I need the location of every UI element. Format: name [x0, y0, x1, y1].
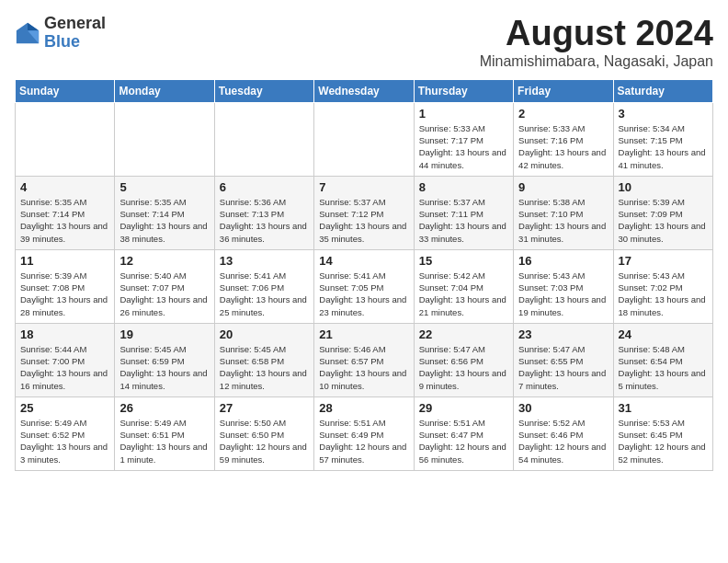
day-info: Sunrise: 5:52 AM Sunset: 6:46 PM Dayligh…: [518, 417, 608, 465]
location: Minamishimabara, Nagasaki, Japan: [480, 53, 713, 70]
logo-icon: [15, 20, 40, 46]
day-info: Sunrise: 5:51 AM Sunset: 6:47 PM Dayligh…: [419, 417, 508, 465]
day-number: 10: [619, 180, 708, 194]
day-number: 6: [220, 180, 309, 194]
table-row: 13Sunrise: 5:41 AM Sunset: 7:06 PM Dayli…: [214, 249, 313, 323]
title-block: August 2024 Minamishimabara, Nagasaki, J…: [480, 15, 713, 70]
day-info: Sunrise: 5:43 AM Sunset: 7:02 PM Dayligh…: [619, 270, 708, 318]
day-number: 27: [220, 401, 309, 415]
day-info: Sunrise: 5:38 AM Sunset: 7:10 PM Dayligh…: [518, 196, 608, 245]
day-info: Sunrise: 5:40 AM Sunset: 7:07 PM Dayligh…: [119, 270, 209, 318]
table-row: [214, 102, 313, 176]
day-number: 30: [518, 401, 608, 415]
day-info: Sunrise: 5:33 AM Sunset: 7:17 PM Dayligh…: [419, 122, 508, 171]
header-tuesday: Tuesday: [214, 79, 313, 102]
day-info: Sunrise: 5:50 AM Sunset: 6:50 PM Dayligh…: [220, 417, 309, 465]
logo: General Blue: [15, 15, 106, 52]
table-row: 16Sunrise: 5:43 AM Sunset: 7:03 PM Dayli…: [514, 249, 613, 323]
day-info: Sunrise: 5:41 AM Sunset: 7:05 PM Dayligh…: [319, 270, 408, 318]
table-row: 24Sunrise: 5:48 AM Sunset: 6:54 PM Dayli…: [613, 323, 712, 396]
table-row: 12Sunrise: 5:40 AM Sunset: 7:07 PM Dayli…: [115, 249, 214, 323]
day-number: 4: [20, 180, 109, 194]
day-info: Sunrise: 5:45 AM Sunset: 6:59 PM Dayligh…: [119, 343, 209, 392]
day-info: Sunrise: 5:49 AM Sunset: 6:51 PM Dayligh…: [119, 417, 209, 465]
calendar-week-row: 25Sunrise: 5:49 AM Sunset: 6:52 PM Dayli…: [16, 396, 713, 470]
day-number: 20: [220, 327, 309, 341]
calendar-header-row: Sunday Monday Tuesday Wednesday Thursday…: [16, 79, 713, 102]
month-title: August 2024: [480, 15, 713, 53]
table-row: 23Sunrise: 5:47 AM Sunset: 6:55 PM Dayli…: [514, 323, 613, 396]
day-number: 25: [20, 401, 109, 415]
day-number: 23: [518, 327, 608, 341]
day-number: 19: [119, 327, 209, 341]
header-wednesday: Wednesday: [314, 79, 414, 102]
day-number: 9: [518, 180, 608, 194]
header-thursday: Thursday: [414, 79, 513, 102]
table-row: 6Sunrise: 5:36 AM Sunset: 7:13 PM Daylig…: [214, 176, 313, 249]
table-row: 17Sunrise: 5:43 AM Sunset: 7:02 PM Dayli…: [613, 249, 712, 323]
table-row: 4Sunrise: 5:35 AM Sunset: 7:14 PM Daylig…: [16, 176, 115, 249]
day-number: 15: [419, 254, 508, 268]
day-number: 2: [518, 107, 608, 121]
day-info: Sunrise: 5:36 AM Sunset: 7:13 PM Dayligh…: [220, 196, 309, 245]
header-saturday: Saturday: [613, 79, 712, 102]
table-row: 3Sunrise: 5:34 AM Sunset: 7:15 PM Daylig…: [613, 102, 712, 176]
day-info: Sunrise: 5:37 AM Sunset: 7:12 PM Dayligh…: [319, 196, 408, 245]
day-number: 7: [319, 180, 408, 194]
day-number: 24: [619, 327, 708, 341]
table-row: 9Sunrise: 5:38 AM Sunset: 7:10 PM Daylig…: [514, 176, 613, 249]
table-row: 2Sunrise: 5:33 AM Sunset: 7:16 PM Daylig…: [514, 102, 613, 176]
day-number: 8: [419, 180, 508, 194]
day-info: Sunrise: 5:53 AM Sunset: 6:45 PM Dayligh…: [619, 417, 708, 465]
day-info: Sunrise: 5:44 AM Sunset: 7:00 PM Dayligh…: [20, 343, 109, 392]
day-info: Sunrise: 5:35 AM Sunset: 7:14 PM Dayligh…: [20, 196, 109, 245]
table-row: 8Sunrise: 5:37 AM Sunset: 7:11 PM Daylig…: [414, 176, 513, 249]
calendar-week-row: 4Sunrise: 5:35 AM Sunset: 7:14 PM Daylig…: [16, 176, 713, 249]
table-row: 5Sunrise: 5:35 AM Sunset: 7:14 PM Daylig…: [115, 176, 214, 249]
page-header: General Blue August 2024 Minamishimabara…: [15, 15, 713, 70]
day-number: 1: [419, 107, 508, 121]
day-info: Sunrise: 5:49 AM Sunset: 6:52 PM Dayligh…: [20, 417, 109, 465]
calendar-table: Sunday Monday Tuesday Wednesday Thursday…: [15, 79, 713, 471]
day-info: Sunrise: 5:47 AM Sunset: 6:55 PM Dayligh…: [518, 343, 608, 392]
table-row: [314, 102, 414, 176]
day-info: Sunrise: 5:35 AM Sunset: 7:14 PM Dayligh…: [119, 196, 209, 245]
day-info: Sunrise: 5:39 AM Sunset: 7:08 PM Dayligh…: [20, 270, 109, 318]
day-number: 29: [419, 401, 508, 415]
svg-marker-1: [28, 23, 39, 30]
table-row: 11Sunrise: 5:39 AM Sunset: 7:08 PM Dayli…: [16, 249, 115, 323]
day-number: 26: [119, 401, 209, 415]
day-number: 16: [518, 254, 608, 268]
calendar-week-row: 18Sunrise: 5:44 AM Sunset: 7:00 PM Dayli…: [16, 323, 713, 396]
header-monday: Monday: [115, 79, 214, 102]
table-row: 10Sunrise: 5:39 AM Sunset: 7:09 PM Dayli…: [613, 176, 712, 249]
day-number: 13: [220, 254, 309, 268]
table-row: 27Sunrise: 5:50 AM Sunset: 6:50 PM Dayli…: [214, 396, 313, 470]
day-number: 17: [619, 254, 708, 268]
day-number: 11: [20, 254, 109, 268]
table-row: 21Sunrise: 5:46 AM Sunset: 6:57 PM Dayli…: [314, 323, 414, 396]
day-info: Sunrise: 5:33 AM Sunset: 7:16 PM Dayligh…: [518, 122, 608, 171]
table-row: 28Sunrise: 5:51 AM Sunset: 6:49 PM Dayli…: [314, 396, 414, 470]
header-friday: Friday: [514, 79, 613, 102]
day-info: Sunrise: 5:42 AM Sunset: 7:04 PM Dayligh…: [419, 270, 508, 318]
calendar-week-row: 1Sunrise: 5:33 AM Sunset: 7:17 PM Daylig…: [16, 102, 713, 176]
table-row: 7Sunrise: 5:37 AM Sunset: 7:12 PM Daylig…: [314, 176, 414, 249]
day-number: 31: [619, 401, 708, 415]
day-info: Sunrise: 5:48 AM Sunset: 6:54 PM Dayligh…: [619, 343, 708, 392]
day-number: 5: [119, 180, 209, 194]
day-number: 12: [119, 254, 209, 268]
day-number: 14: [319, 254, 408, 268]
table-row: 20Sunrise: 5:45 AM Sunset: 6:58 PM Dayli…: [214, 323, 313, 396]
table-row: 29Sunrise: 5:51 AM Sunset: 6:47 PM Dayli…: [414, 396, 513, 470]
table-row: [16, 102, 115, 176]
table-row: [115, 102, 214, 176]
day-info: Sunrise: 5:37 AM Sunset: 7:11 PM Dayligh…: [419, 196, 508, 245]
day-number: 28: [319, 401, 408, 415]
day-number: 3: [619, 107, 708, 121]
day-number: 21: [319, 327, 408, 341]
day-info: Sunrise: 5:46 AM Sunset: 6:57 PM Dayligh…: [319, 343, 408, 392]
day-info: Sunrise: 5:43 AM Sunset: 7:03 PM Dayligh…: [518, 270, 608, 318]
day-info: Sunrise: 5:39 AM Sunset: 7:09 PM Dayligh…: [619, 196, 708, 245]
table-row: 14Sunrise: 5:41 AM Sunset: 7:05 PM Dayli…: [314, 249, 414, 323]
